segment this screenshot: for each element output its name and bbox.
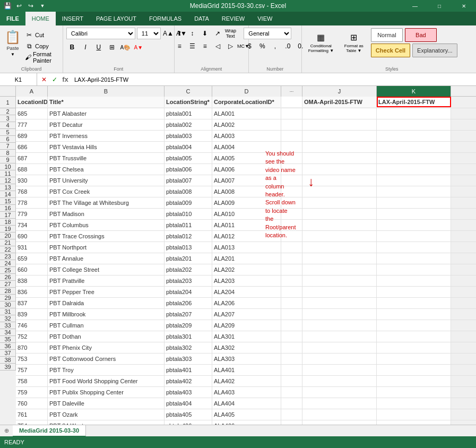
- cell-d8[interactable]: ALA007: [212, 175, 281, 186]
- font-name-select[interactable]: Calibri: [66, 28, 135, 39]
- cell-d27[interactable]: ALA403: [212, 387, 281, 398]
- tab-review[interactable]: REVIEW: [215, 12, 251, 25]
- cell-a18[interactable]: 836: [16, 287, 48, 297]
- cell-k8[interactable]: [377, 175, 451, 186]
- cell-a29[interactable]: 761: [16, 409, 48, 420]
- cell-b26[interactable]: PBT Food World Shopping Center: [48, 376, 165, 386]
- cell-c6[interactable]: pbtala005: [165, 153, 212, 163]
- cell-d24[interactable]: ALA303: [212, 354, 281, 364]
- cell-a26[interactable]: 758: [16, 376, 48, 386]
- cell-d10[interactable]: ALA009: [212, 197, 281, 208]
- row-header-23[interactable]: 23: [0, 253, 16, 260]
- cell-a11[interactable]: 779: [16, 209, 48, 219]
- cell-k26[interactable]: [377, 376, 451, 386]
- cell-c28[interactable]: pbtala404: [165, 398, 212, 409]
- row-header-10[interactable]: 10: [0, 163, 16, 170]
- cell-b13[interactable]: PBT Trace Crossings: [48, 231, 165, 242]
- cell-k23[interactable]: [377, 342, 451, 353]
- align-top-btn[interactable]: ⬆: [174, 28, 185, 39]
- cell-k14[interactable]: [377, 242, 451, 253]
- cell-j21[interactable]: [302, 320, 377, 331]
- underline-btn[interactable]: U: [93, 41, 105, 53]
- row-header-13[interactable]: 13: [0, 184, 16, 191]
- row-header-33[interactable]: 33: [0, 322, 16, 329]
- copy-button[interactable]: ⧉ Copy: [23, 41, 59, 51]
- confirm-formula-btn[interactable]: ✓: [50, 75, 59, 84]
- cell-d25[interactable]: ALA401: [212, 365, 281, 375]
- cell-d16[interactable]: ALA202: [212, 264, 281, 275]
- maximize-btn[interactable]: □: [427, 0, 452, 12]
- cell-b20[interactable]: PBT Millbrook: [48, 309, 165, 320]
- row-header-9[interactable]: 9: [0, 157, 16, 163]
- cell-b12[interactable]: PBT Columbus: [48, 220, 165, 230]
- cell-j5[interactable]: [302, 142, 377, 152]
- row-header-5[interactable]: 5: [0, 129, 16, 136]
- col-header-k[interactable]: K: [377, 86, 451, 97]
- cell-c14[interactable]: pbtala013: [165, 242, 212, 253]
- cell-c21[interactable]: pbtala209: [165, 320, 212, 331]
- cell-c23[interactable]: pbtala302: [165, 342, 212, 353]
- cell-a6[interactable]: 687: [16, 153, 48, 163]
- cell-b9[interactable]: PBT Cox Creek: [48, 186, 165, 197]
- col-header-a[interactable]: A: [16, 86, 48, 97]
- cell-d3[interactable]: ALA002: [212, 119, 281, 130]
- paste-button[interactable]: 📋 Paste ▼: [3, 28, 22, 58]
- row-header-11[interactable]: 11: [0, 170, 16, 177]
- increase-indent-btn[interactable]: ▷: [224, 40, 236, 52]
- cell-c2[interactable]: pbtala001: [165, 108, 212, 119]
- cell-j11[interactable]: [302, 209, 377, 219]
- cell-b4[interactable]: PBT Inverness: [48, 131, 165, 141]
- cell-b23[interactable]: PBT Phenix City: [48, 342, 165, 353]
- cell-j8[interactable]: [302, 175, 377, 186]
- cell-c29[interactable]: pbtala405: [165, 409, 212, 420]
- cell-k6[interactable]: [377, 153, 451, 163]
- cell-j25[interactable]: [302, 365, 377, 375]
- cell-c25[interactable]: pbtala401: [165, 365, 212, 375]
- cell-j23[interactable]: [302, 342, 377, 353]
- decrease-indent-btn[interactable]: ◁: [212, 40, 223, 52]
- cell-j19[interactable]: [302, 298, 377, 308]
- cell-d23[interactable]: ALA302: [212, 342, 281, 353]
- cell-k28[interactable]: [377, 398, 451, 409]
- cell-k17[interactable]: [377, 275, 451, 286]
- tab-formulas[interactable]: FORMULAS: [143, 12, 188, 25]
- tab-insert[interactable]: INSERT: [56, 12, 90, 25]
- row-header-22[interactable]: 22: [0, 246, 16, 253]
- row-header-25[interactable]: 25: [0, 267, 16, 274]
- cell-c22[interactable]: pbtala301: [165, 331, 212, 342]
- fill-color-btn[interactable]: A🎨: [119, 41, 131, 53]
- cell-d18[interactable]: ALA204: [212, 287, 281, 297]
- cell-j6[interactable]: [302, 153, 377, 163]
- cell-b17[interactable]: PBT Prattville: [48, 275, 165, 286]
- cell-k4[interactable]: [377, 131, 451, 141]
- save-quick-btn[interactable]: 💾: [2, 1, 13, 11]
- cell-a12[interactable]: 734: [16, 220, 48, 230]
- row-header-8[interactable]: 8: [0, 150, 16, 157]
- border-btn[interactable]: ⊞: [106, 41, 118, 53]
- paste-dropdown[interactable]: ▼: [11, 52, 15, 57]
- row-header-21[interactable]: 21: [0, 239, 16, 246]
- cell-d2[interactable]: ALA001: [212, 108, 281, 119]
- sheet-tab-mediagrid[interactable]: MediaGrid 2015-03-30: [13, 425, 86, 437]
- cell-d7[interactable]: ALA006: [212, 164, 281, 175]
- cell-d11[interactable]: ALA010: [212, 209, 281, 219]
- row-header-30[interactable]: 30: [0, 301, 16, 308]
- cell-j9[interactable]: [302, 186, 377, 197]
- minimize-btn[interactable]: —: [403, 0, 427, 12]
- row-header-16[interactable]: 16: [0, 205, 16, 212]
- cell-k3[interactable]: [377, 119, 451, 130]
- cell-j7[interactable]: [302, 164, 377, 175]
- col-header-c[interactable]: C: [165, 86, 212, 97]
- cell-k2[interactable]: [377, 108, 451, 119]
- italic-btn[interactable]: I: [80, 41, 91, 53]
- cell-k29[interactable]: [377, 409, 451, 420]
- conditional-formatting-btn[interactable]: ▦ ConditionalFormatting ▼: [305, 28, 337, 57]
- cell-a13[interactable]: 690: [16, 231, 48, 242]
- align-center-btn[interactable]: ☰: [186, 40, 198, 52]
- cell-a22[interactable]: 752: [16, 331, 48, 342]
- cell-k1[interactable]: LAX-April-2015-FTW: [377, 97, 451, 107]
- cell-b15[interactable]: PBT Annalue: [48, 253, 165, 264]
- row-header-32[interactable]: 32: [0, 315, 16, 322]
- align-right-btn[interactable]: ≡: [199, 40, 211, 52]
- cell-b27[interactable]: PBT Publix Shopping Center: [48, 387, 165, 398]
